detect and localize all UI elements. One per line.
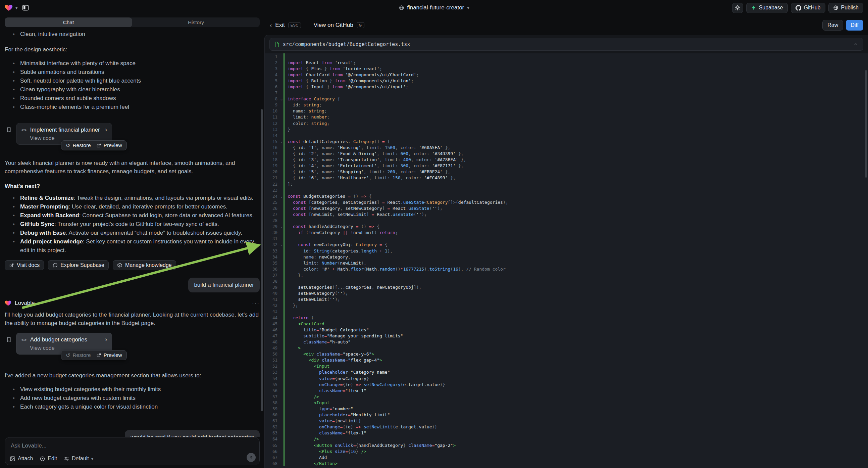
code-lines[interactable]: 12import React from 'react';3import { Pl… [265, 53, 868, 468]
attach-button[interactable]: Attach [10, 456, 33, 462]
code-line: 33 id: String(categories.length + 1), [265, 248, 868, 254]
code-line: 36 color: '#' + Math.floor(Math.random()… [265, 266, 868, 272]
design-bullet: Rounded corners and subtle shadows [5, 94, 260, 103]
fold-chevron-icon[interactable]: ⌄ [279, 140, 283, 143]
restore-button[interactable]: ↺ Restore [66, 142, 91, 149]
lovable-logo-icon[interactable] [5, 4, 13, 12]
explore-supabase-button[interactable]: Explore Supabase [48, 260, 109, 270]
chevron-right-icon[interactable]: › [105, 126, 107, 133]
editor-scrollbar[interactable] [865, 70, 867, 178]
line-number: 13 [267, 127, 279, 132]
line-number: 66 [267, 449, 279, 454]
line-number: 21 [267, 175, 279, 180]
line-number: 2 [267, 60, 279, 65]
diff-toggle-button[interactable]: Diff [846, 20, 863, 31]
tab-chat[interactable]: Chat [5, 18, 132, 27]
publish-button[interactable]: Publish [829, 3, 863, 13]
bookmark-icon[interactable] [6, 127, 12, 133]
code-text: limit: Number(newLimit), [283, 260, 868, 266]
line-number: 57 [267, 394, 279, 399]
more-options-icon[interactable]: ··· [252, 300, 260, 306]
fold-chevron-icon[interactable]: ⌄ [279, 97, 283, 101]
line-number: 40 [267, 291, 279, 296]
raw-toggle-button[interactable]: Raw [823, 20, 843, 31]
code-text: return ( [283, 315, 868, 321]
settings-button[interactable] [732, 3, 743, 13]
supabase-button[interactable]: Supabase [746, 3, 788, 13]
composer[interactable]: Ask Lovable... Attach Edit [5, 437, 260, 465]
file-header[interactable]: src/components/budget/BudgetCategories.t… [270, 38, 863, 51]
sidebar-toggle-icon[interactable] [21, 3, 31, 13]
chat-input[interactable]: Ask Lovable... [11, 442, 46, 449]
line-number: 56 [267, 388, 279, 393]
code-text: { id: '5', name: 'Shopping', limit: 200,… [283, 169, 868, 175]
whats-next-bullet: Master Prompting: Use clear, detailed, a… [5, 202, 260, 211]
fold-chevron-icon[interactable]: ⌄ [279, 195, 283, 198]
tab-history[interactable]: History [132, 18, 260, 27]
line-number: 43 [267, 309, 279, 314]
code-text: }; [283, 272, 868, 278]
code-text: const newCategoryObj: Category = { [283, 242, 868, 248]
design-bullet: Glass-morphic elements for a premium fee… [5, 103, 260, 112]
code-text: { id: '4', name: 'Entertainment', limit:… [283, 163, 868, 169]
supabase-bolt-icon [751, 5, 756, 10]
design-bullet-list: Minimalist interface with plenty of whit… [5, 59, 260, 112]
exit-button[interactable]: Exit [275, 22, 284, 29]
line-number: 44 [267, 315, 279, 320]
code-line: 61 value={newLimit} [265, 418, 868, 424]
restore-button[interactable]: ↺ Restore [66, 352, 91, 358]
view-on-github-button[interactable]: View on GitHub [314, 22, 353, 29]
line-number: 49 [267, 346, 279, 351]
package-icon [117, 263, 122, 268]
line-number: 12 [267, 121, 279, 126]
back-chevron-icon[interactable]: ‹ [270, 22, 272, 29]
whats-next-bullet: Add project knowledge: Set key context o… [5, 237, 260, 255]
send-button[interactable] [247, 453, 256, 462]
code-line: 38 [265, 278, 868, 284]
code-line: 31 [265, 236, 868, 242]
bookmark-icon[interactable] [6, 337, 12, 343]
code-line: 46 title="Budget Categories" [265, 327, 868, 333]
project-switcher[interactable]: financial-future-creator ▾ [399, 4, 469, 11]
code-text [283, 236, 868, 242]
chevron-right-icon[interactable]: › [105, 336, 107, 343]
collapse-chevron-up-icon[interactable] [854, 42, 858, 47]
chat-panel: Chat History Clean, intuitive navigation… [0, 16, 265, 468]
code-line: 58 <Input [265, 400, 868, 406]
code-line: 41 setNewLimit(''); [265, 296, 868, 302]
line-number: 8 [267, 96, 279, 101]
code-line: 28 [265, 217, 868, 224]
code-text: interface Category { [283, 96, 868, 102]
preview-button[interactable]: Preview [96, 142, 122, 148]
line-number: 68 [267, 461, 279, 466]
preview-button[interactable]: Preview [96, 352, 122, 358]
logo-chevron-down-icon[interactable]: ▾ [16, 5, 18, 10]
model-selector[interactable]: Default ▾ [64, 456, 93, 462]
image-icon [10, 456, 16, 462]
fold-chevron-icon[interactable]: ⌄ [279, 225, 283, 228]
chat-scroll-area[interactable]: Clean, intuitive navigation For the desi… [0, 27, 265, 437]
manage-knowledge-button[interactable]: Manage knowledge [113, 260, 176, 270]
code-line: 53 placeholder="Category name" [265, 369, 868, 375]
code-text [283, 132, 868, 138]
code-text: <Input [283, 400, 868, 406]
code-text: setNewCategory(''); [283, 290, 868, 296]
edit-mode-button[interactable]: Edit [39, 456, 57, 462]
code-line: 6import { Input } from '@/components/ui/… [265, 84, 868, 90]
file-icon [275, 41, 279, 47]
code-line: 54 value={newCategory} [265, 375, 868, 381]
code-text: subtitle="Manage your spending limits" [283, 333, 868, 339]
design-intro: For the design aesthetic: [5, 45, 260, 54]
code-line: 39 setCategories([...categories, newCate… [265, 284, 868, 290]
publish-label: Publish [841, 5, 859, 11]
chat-scrollbar[interactable] [261, 109, 263, 411]
github-button[interactable]: GitHub [791, 3, 826, 13]
code-text [283, 90, 868, 96]
code-line: 5import { Button } from '@/components/ui… [265, 78, 868, 84]
project-name: financial-future-creator [407, 4, 464, 11]
fold-chevron-icon[interactable]: ⌄ [279, 243, 283, 246]
line-number: 1 [267, 54, 279, 59]
code-line: 68 </Button> [265, 460, 868, 466]
code-line: 51 <div className="flex gap-4"> [265, 357, 868, 363]
visit-docs-button[interactable]: Visit docs [5, 260, 44, 270]
